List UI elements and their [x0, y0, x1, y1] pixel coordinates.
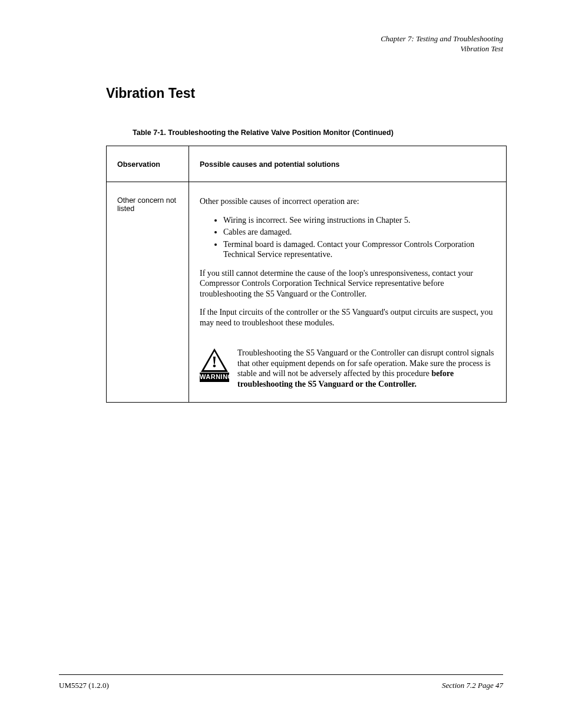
- paragraph: If you still cannot determine the cause …: [200, 268, 495, 299]
- warning-label: WARNING: [200, 373, 229, 382]
- svg-text:!: !: [211, 353, 217, 371]
- page-header: Chapter 7: Testing and Troubleshooting V…: [381, 34, 503, 54]
- table-row: Other concern not listed Other possible …: [107, 182, 507, 403]
- warning-triangle-icon: !: [200, 348, 229, 373]
- warning-text-main: Troubleshooting the S5 Vanguard or the C…: [237, 348, 494, 378]
- warning-block: ! WARNING Troubleshooting the S5 Vanguar…: [200, 348, 495, 389]
- header-chapter: Chapter 7: Testing and Troubleshooting: [381, 34, 503, 44]
- list-item: Wiring is incorrect. See wiring instruct…: [223, 215, 495, 226]
- page-title: Vibration Test: [106, 85, 195, 101]
- intro-text: Other possible causes of incorrect opera…: [200, 196, 495, 207]
- col-header-observation: Observation: [107, 146, 189, 182]
- list-item: Cables are damaged.: [223, 227, 495, 238]
- header-section: Vibration Test: [381, 44, 503, 54]
- bullet-list: Wiring is incorrect. See wiring instruct…: [223, 215, 495, 260]
- paragraph: If the Input circuits of the controller …: [200, 307, 495, 328]
- footer-doc-id: UM5527 (1.2.0): [59, 681, 109, 690]
- solution-cell: Other possible causes of incorrect opera…: [189, 182, 507, 403]
- list-item: Terminal board is damaged. Contact your …: [223, 239, 495, 260]
- warning-text: Troubleshooting the S5 Vanguard or the C…: [237, 348, 495, 389]
- observation-cell: Other concern not listed: [107, 182, 189, 403]
- col-header-causes: Possible causes and potential solutions: [189, 146, 507, 182]
- troubleshooting-table: Observation Possible causes and potentia…: [106, 146, 507, 403]
- page-footer: UM5527 (1.2.0) Section 7.2 Page 47: [59, 674, 503, 690]
- warning-icon-wrap: ! WARNING: [200, 348, 229, 382]
- footer-page-ref: Section 7.2 Page 47: [442, 681, 503, 690]
- table-caption: Table 7-1. Troubleshooting the Relative …: [133, 129, 394, 137]
